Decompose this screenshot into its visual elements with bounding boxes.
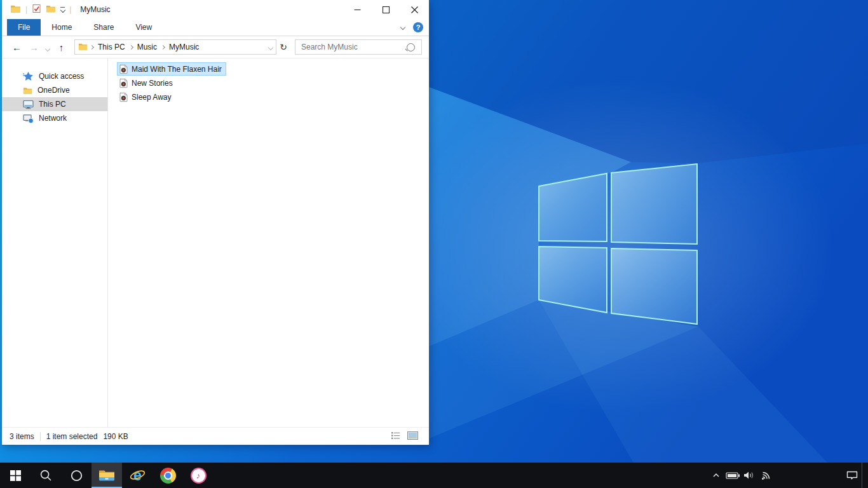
sidebar-item-onedrive[interactable]: OneDrive (2, 83, 107, 97)
address-bar[interactable]: This PC Music MyMusic (74, 39, 276, 55)
windows-logo-pane-bottom-right (611, 248, 697, 324)
close-button[interactable] (400, 0, 429, 19)
file-item-new-stories[interactable]: New Stories (117, 76, 177, 90)
item-count: 3 items (10, 432, 34, 441)
system-tray (708, 463, 868, 488)
file-name: New Stories (132, 79, 173, 88)
wifi-icon (761, 470, 771, 480)
titlebar[interactable]: | | MyMusic (2, 0, 429, 19)
file-explorer-icon (98, 469, 115, 482)
help-icon: ? (416, 24, 421, 31)
cortana-button[interactable] (61, 463, 92, 488)
help-button[interactable]: ? (413, 22, 423, 32)
details-view-button[interactable] (391, 431, 400, 442)
large-icons-view-icon (407, 431, 418, 440)
battery-icon (726, 471, 740, 480)
taskbar-internet-explorer-button[interactable]: e (122, 463, 153, 488)
taskbar-file-explorer-button[interactable] (92, 463, 122, 488)
tab-share[interactable]: Share (83, 19, 125, 36)
window-controls (343, 0, 429, 19)
file-name: Sleep Away (132, 93, 172, 102)
cortana-icon (71, 470, 83, 482)
large-icons-view-button[interactable] (407, 431, 418, 442)
tab-view-label: View (135, 23, 152, 32)
expand-ribbon-button[interactable] (400, 25, 405, 30)
search-icon[interactable] (407, 43, 415, 51)
file-name: Maid With The Flaxen Hair (132, 65, 222, 74)
tab-share-label: Share (93, 23, 114, 32)
location-folder-icon (78, 43, 88, 52)
customize-qat-button[interactable] (60, 7, 65, 12)
audio-file-icon (119, 64, 128, 74)
tab-home-label: Home (51, 23, 72, 32)
breadcrumb-mymusic[interactable]: MyMusic (167, 43, 201, 51)
taskbar-chrome-button[interactable] (153, 463, 183, 488)
audio-file-icon (119, 78, 128, 88)
file-list[interactable]: Maid With The Flaxen Hair New Stories (108, 58, 429, 427)
maximize-icon (383, 6, 390, 13)
status-separator (40, 432, 41, 441)
search-input[interactable] (300, 42, 404, 52)
chrome-icon (160, 468, 176, 484)
ribbon-tabs: File Home Share View ? (2, 19, 429, 36)
breadcrumb-this-pc[interactable]: This PC (96, 43, 127, 51)
refresh-button[interactable]: ↻ (276, 42, 290, 52)
search-icon (39, 469, 52, 482)
chevron-down-icon (268, 45, 273, 50)
recent-locations-button[interactable] (43, 43, 53, 52)
address-dropdown-button[interactable] (269, 43, 273, 51)
quick-access-star-icon (23, 71, 34, 81)
tab-file[interactable]: File (7, 19, 41, 36)
qat-separator: | (25, 6, 27, 13)
volume-tray-button[interactable] (741, 463, 757, 488)
up-button[interactable]: ↑ (53, 43, 70, 52)
forward-button[interactable]: → (25, 43, 43, 52)
breadcrumb-chevron-icon (129, 44, 133, 49)
breadcrumb-music[interactable]: Music (135, 43, 159, 51)
minimize-button[interactable] (343, 0, 372, 19)
minimize-icon (354, 6, 361, 13)
internet-explorer-icon: e (129, 467, 146, 484)
music-note-glyph: ♪ (196, 471, 201, 480)
file-explorer-window: | | MyMusic File Home Share (2, 0, 429, 445)
sidebar-item-label: OneDrive (37, 86, 70, 95)
address-toolbar: ← → ↑ This PC Music MyMusic ↻ (2, 36, 429, 58)
sidebar-item-this-pc[interactable]: This PC (2, 97, 107, 111)
audio-file-icon (119, 92, 128, 102)
explorer-window-icon (10, 4, 21, 15)
properties-button[interactable] (32, 4, 41, 15)
sidebar-item-network[interactable]: Network (2, 111, 107, 125)
sidebar-item-label: Quick access (39, 72, 84, 81)
sidebar-item-label: Network (39, 114, 67, 123)
network-icon (23, 114, 34, 123)
breadcrumb-chevron-icon (161, 44, 165, 49)
maximize-button[interactable] (372, 0, 400, 19)
action-center-button[interactable] (843, 463, 862, 488)
network-tray-button[interactable] (757, 463, 774, 488)
start-button[interactable] (0, 463, 31, 488)
svg-text:e: e (133, 467, 142, 484)
ribbon-right-controls: ? (401, 19, 423, 36)
new-folder-button[interactable] (46, 4, 56, 15)
show-hidden-icons-button[interactable] (708, 463, 724, 488)
qat-separator: | (69, 6, 71, 13)
file-item-maid-with-the-flaxen-hair[interactable]: Maid With The Flaxen Hair (117, 62, 226, 76)
explorer-content: Quick access OneDrive This PC (2, 58, 429, 427)
taskbar: e ♪ (0, 463, 868, 488)
navigation-pane: Quick access OneDrive This PC (2, 58, 108, 427)
taskbar-itunes-button[interactable]: ♪ (183, 463, 214, 488)
battery-tray-button[interactable] (724, 463, 741, 488)
chevron-up-icon (712, 471, 721, 480)
show-desktop-button[interactable] (862, 463, 868, 488)
itunes-icon: ♪ (191, 468, 207, 484)
back-button[interactable]: ← (8, 43, 25, 52)
file-item-sleep-away[interactable]: Sleep Away (117, 90, 176, 104)
wallpaper-glow (402, 78, 834, 415)
tab-view[interactable]: View (125, 19, 163, 36)
sidebar-item-quick-access[interactable]: Quick access (2, 69, 107, 83)
selection-size: 190 KB (103, 432, 128, 441)
close-icon (411, 6, 418, 13)
quick-access-toolbar: | | MyMusic (2, 4, 111, 15)
taskbar-search-button[interactable] (31, 463, 61, 488)
tab-home[interactable]: Home (41, 19, 83, 36)
